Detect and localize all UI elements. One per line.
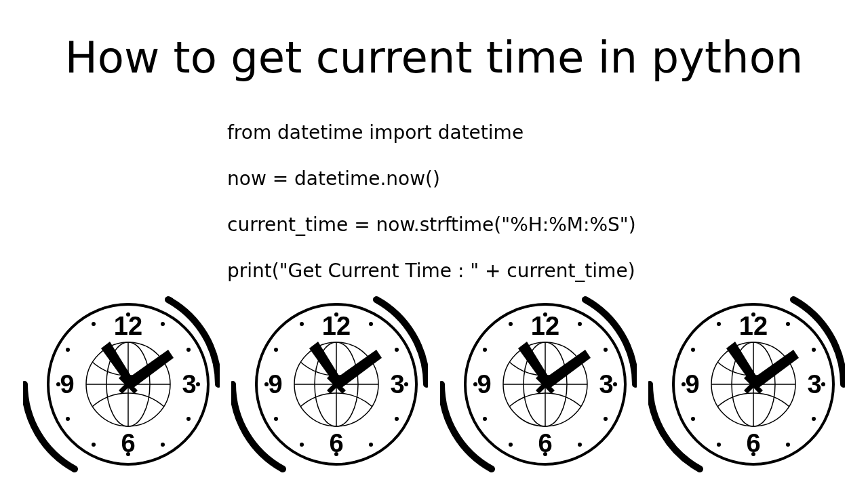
code-line-3: current_time = now.strftime("%H:%M:%S") — [227, 216, 868, 235]
world-clock-icon: 12 3 6 9 — [231, 286, 428, 483]
svg-point-59 — [604, 417, 608, 421]
code-line-1: from datetime import datetime — [227, 123, 868, 142]
svg-point-90 — [691, 348, 695, 352]
svg-point-58 — [613, 382, 617, 386]
svg-point-16 — [92, 322, 96, 326]
svg-point-91 — [717, 322, 721, 326]
svg-point-7 — [186, 348, 191, 352]
svg-point-41 — [300, 322, 304, 326]
svg-text:9: 9 — [477, 370, 491, 399]
svg-text:3: 3 — [807, 370, 821, 399]
svg-text:12: 12 — [114, 312, 142, 340]
svg-text:9: 9 — [685, 370, 699, 399]
svg-point-38 — [274, 417, 278, 421]
svg-point-35 — [369, 443, 373, 447]
svg-point-13 — [66, 417, 70, 421]
svg-point-32 — [395, 348, 399, 352]
svg-text:6: 6 — [121, 429, 135, 458]
svg-point-65 — [483, 348, 487, 352]
svg-marker-46 — [309, 342, 340, 384]
svg-point-10 — [161, 443, 165, 447]
svg-point-33 — [404, 382, 408, 386]
svg-text:12: 12 — [739, 312, 768, 340]
svg-point-9 — [186, 417, 191, 421]
svg-marker-71 — [518, 342, 549, 384]
svg-text:9: 9 — [60, 370, 74, 399]
svg-point-40 — [274, 348, 278, 352]
svg-point-57 — [604, 348, 608, 352]
svg-point-84 — [812, 417, 816, 421]
svg-point-85 — [786, 443, 790, 447]
svg-point-82 — [812, 348, 816, 352]
svg-marker-96 — [726, 342, 757, 384]
svg-text:3: 3 — [391, 370, 405, 399]
svg-point-15 — [66, 348, 70, 352]
svg-point-12 — [92, 443, 96, 447]
svg-point-63 — [483, 417, 487, 421]
code-line-2: now = datetime.now() — [227, 169, 868, 188]
world-clock-icon: 12 3 6 9 — [23, 286, 220, 483]
svg-point-83 — [821, 382, 825, 386]
svg-point-88 — [691, 417, 695, 421]
code-snippet: from datetime import datetime now = date… — [227, 123, 868, 281]
world-clock-icon: 12 3 6 9 — [648, 286, 845, 483]
svg-text:6: 6 — [538, 429, 552, 458]
page-title: How to get current time in python — [0, 0, 868, 83]
svg-text:12: 12 — [531, 312, 559, 340]
code-line-4: print("Get Current Time : " + current_ti… — [227, 262, 868, 281]
svg-point-8 — [196, 382, 200, 386]
clocks-row: 12 3 6 9 12 3 6 9 — [23, 286, 845, 483]
svg-point-87 — [717, 443, 721, 447]
world-clock-icon: 12 3 6 9 — [440, 286, 637, 483]
svg-text:3: 3 — [182, 370, 196, 399]
svg-marker-21 — [101, 342, 132, 384]
svg-point-62 — [509, 443, 513, 447]
svg-point-6 — [161, 322, 165, 326]
svg-text:12: 12 — [322, 312, 351, 340]
svg-text:3: 3 — [599, 370, 613, 399]
svg-point-37 — [300, 443, 304, 447]
svg-point-81 — [786, 322, 790, 326]
svg-point-66 — [509, 322, 513, 326]
svg-point-60 — [578, 443, 582, 447]
svg-text:6: 6 — [330, 429, 344, 458]
svg-text:9: 9 — [269, 370, 283, 399]
svg-point-56 — [578, 322, 582, 326]
svg-text:6: 6 — [746, 429, 760, 458]
svg-point-34 — [395, 417, 399, 421]
svg-point-31 — [369, 322, 373, 326]
